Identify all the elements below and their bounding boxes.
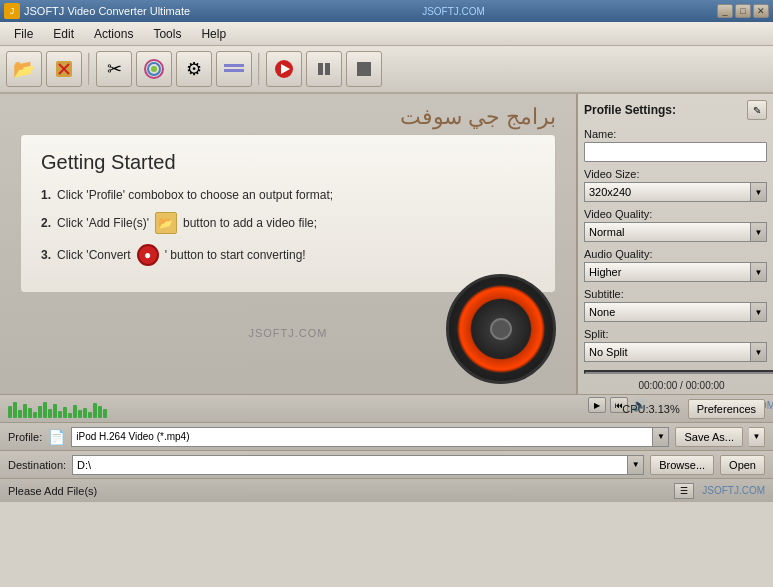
toolbar-separator-1	[88, 53, 90, 85]
name-label: Name:	[584, 128, 767, 140]
audio-quality-arrow[interactable]: ▼	[751, 262, 767, 282]
step-3-text: Click 'Convert	[57, 248, 131, 262]
destination-input[interactable]	[72, 455, 628, 475]
settings-button[interactable]: ⚙	[176, 51, 212, 87]
destination-input-wrapper: ▼	[72, 455, 644, 475]
timecode: 00:00:00 / 00:00:00	[584, 378, 773, 393]
viz-bar-4	[23, 404, 27, 418]
profile-edit-button[interactable]: ✎	[747, 100, 767, 120]
audio-visualizer	[8, 400, 107, 418]
step-2: 2. Click 'Add File(s)' 📂 button to add a…	[41, 212, 535, 234]
svg-rect-12	[357, 62, 371, 76]
film-reel	[446, 274, 556, 384]
audio-quality-label: Audio Quality:	[584, 248, 767, 260]
menu-bar: File Edit Actions Tools Help	[0, 22, 773, 46]
step-1: 1. Click 'Profile' combobox to choose an…	[41, 188, 535, 202]
menu-tools[interactable]: Tools	[143, 24, 191, 44]
step-1-text: Click 'Profile' combobox to choose an ou…	[57, 188, 333, 202]
list-icon-button[interactable]: ☰	[674, 483, 694, 499]
title-bar: J JSOFTJ Video Converter Ultimate JSOFTJ…	[0, 0, 773, 22]
trim-button[interactable]	[216, 51, 252, 87]
video-size-field-group: Video Size: 320x240 640x480 1280x720 ▼	[584, 168, 767, 202]
subtitle-label: Subtitle:	[584, 288, 767, 300]
audio-quality-select[interactable]: Higher Normal Low	[584, 262, 751, 282]
svg-rect-10	[318, 63, 323, 75]
audio-quality-select-wrapper: Higher Normal Low ▼	[584, 262, 767, 282]
browse-button[interactable]: Browse...	[650, 455, 714, 475]
menu-actions[interactable]: Actions	[84, 24, 143, 44]
open-file-button[interactable]: 📂	[6, 51, 42, 87]
profile-settings-title: Profile Settings:	[584, 103, 676, 117]
subtitle-select-wrapper: None ▼	[584, 302, 767, 322]
video-quality-select[interactable]: Normal High Low	[584, 222, 751, 242]
subtitle-field-group: Subtitle: None ▼	[584, 288, 767, 322]
split-field-group: Split: No Split Split by Size Split by T…	[584, 328, 767, 362]
name-field-group: Name:	[584, 128, 767, 162]
pause-button[interactable]	[306, 51, 342, 87]
video-quality-arrow[interactable]: ▼	[751, 222, 767, 242]
viz-bar-7	[38, 406, 42, 418]
viz-bar-14	[73, 405, 77, 418]
steps-list: 1. Click 'Profile' combobox to choose an…	[41, 188, 535, 266]
step-3-text2: ' button to start converting!	[165, 248, 306, 262]
reel-center	[490, 318, 512, 340]
video-size-arrow[interactable]: ▼	[751, 182, 767, 202]
split-label: Split:	[584, 328, 767, 340]
viz-bar-10	[53, 404, 57, 418]
audio-quality-field-group: Audio Quality: Higher Normal Low ▼	[584, 248, 767, 282]
viz-bar-11	[58, 411, 62, 418]
title-brand: JSOFTJ.COM	[422, 6, 485, 17]
step-2-num: 2.	[41, 216, 51, 230]
video-size-label: Video Size:	[584, 168, 767, 180]
close-button[interactable]: ✕	[753, 4, 769, 18]
profile-row: Profile: 📄 iPod H.264 Video (*.mp4) ▼ Sa…	[0, 422, 773, 450]
profile-file-icon: 📄	[48, 429, 65, 445]
step-2-text2: button to add a video file;	[183, 216, 317, 230]
subtitle-select[interactable]: None	[584, 302, 751, 322]
menu-help[interactable]: Help	[191, 24, 236, 44]
reel-outer	[446, 274, 556, 384]
convert-inline-icon: ●	[137, 244, 159, 266]
viz-bar-16	[83, 408, 87, 418]
destination-arrow[interactable]: ▼	[628, 455, 644, 475]
split-select[interactable]: No Split Split by Size Split by Time	[584, 342, 751, 362]
effects-button[interactable]	[136, 51, 172, 87]
name-input[interactable]	[584, 142, 767, 162]
maximize-button[interactable]: □	[735, 4, 751, 18]
title-bar-left: J JSOFTJ Video Converter Ultimate	[4, 3, 190, 19]
viz-bar-12	[63, 407, 67, 418]
preferences-button[interactable]: Preferences	[688, 399, 765, 419]
svg-rect-6	[224, 64, 244, 67]
profile-select[interactable]: iPod H.264 Video (*.mp4)	[71, 427, 653, 447]
viz-bar-19	[98, 406, 102, 418]
viz-bar-6	[33, 412, 37, 418]
video-size-select[interactable]: 320x240 640x480 1280x720	[584, 182, 751, 202]
profile-select-wrapper: iPod H.264 Video (*.mp4) ▼	[71, 427, 669, 447]
menu-file[interactable]: File	[4, 24, 43, 44]
minimize-button[interactable]: _	[717, 4, 733, 18]
save-as-arrow-button[interactable]: ▼	[749, 427, 765, 447]
cut-button[interactable]: ✂	[96, 51, 132, 87]
viz-bar-5	[28, 408, 32, 418]
destination-label: Destination:	[8, 459, 66, 471]
step-3: 3. Click 'Convert ● ' button to start co…	[41, 244, 535, 266]
getting-started-heading: Getting Started	[41, 151, 535, 174]
play-button[interactable]: ▶	[588, 397, 606, 413]
open-button[interactable]: Open	[720, 455, 765, 475]
save-as-button[interactable]: Save As...	[675, 427, 743, 447]
convert-button[interactable]	[266, 51, 302, 87]
subtitle-arrow[interactable]: ▼	[751, 302, 767, 322]
step-1-num: 1.	[41, 188, 51, 202]
menu-edit[interactable]: Edit	[43, 24, 84, 44]
profile-select-arrow[interactable]: ▼	[653, 427, 669, 447]
step-2-text: Click 'Add File(s)'	[57, 216, 149, 230]
stop-button[interactable]	[346, 51, 382, 87]
viz-bar-2	[13, 402, 17, 418]
video-quality-select-wrapper: Normal High Low ▼	[584, 222, 767, 242]
split-arrow[interactable]: ▼	[751, 342, 767, 362]
jsoftj-overlay: JSOFTJ.COM	[248, 327, 327, 339]
right-panel: Profile Settings: ✎ Name: Video Size: 32…	[578, 94, 773, 394]
toolbar: 📂 ✂ ⚙	[0, 46, 773, 94]
remove-button[interactable]	[46, 51, 82, 87]
title-controls: _ □ ✕	[717, 4, 769, 18]
